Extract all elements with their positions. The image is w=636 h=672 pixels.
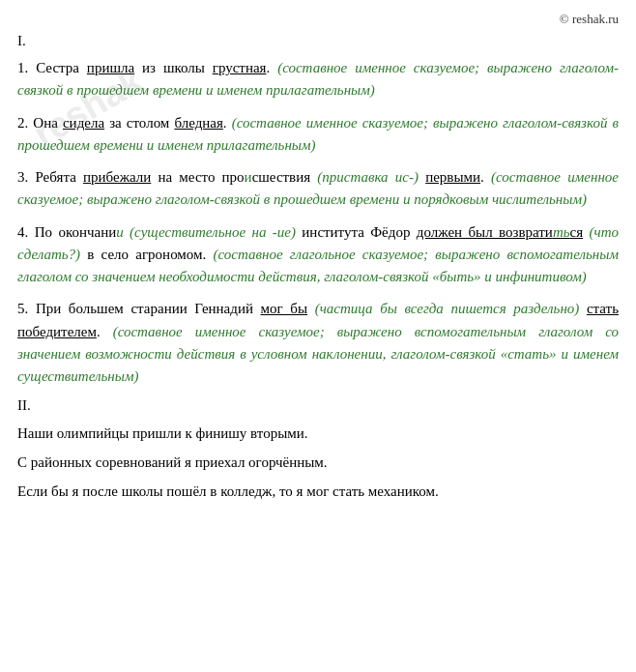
item-number: 3. (17, 169, 35, 185)
underline-phrase: должен был возвратиться (417, 224, 583, 240)
comment: (составное именное сказуемое; выражено г… (17, 115, 619, 153)
item-text: Если бы я после школы пошёл в колледж, т… (17, 483, 439, 499)
list-item: 2. Она сидела за столом бледная. (состав… (17, 112, 619, 158)
comment: (составное глагольное сказуемое; выражен… (17, 247, 619, 284)
list-item: 4. По окончании (существительное на -ие)… (17, 221, 619, 289)
underline-verb: сидела (63, 115, 104, 131)
list-item: Наши олимпийцы пришли к финишу вторыми. (17, 422, 619, 445)
list-item: 5. При большем старании Геннадий мог бы … (17, 298, 619, 388)
underline-adj: первыми (425, 169, 480, 185)
list-item: 1. Сестра пришла из школы грустная. (сос… (17, 57, 619, 102)
list-item: 3. Ребята прибежали на место происшестви… (17, 166, 619, 212)
item-number: 2. (17, 115, 33, 131)
copyright-label: © reshak.ru (17, 12, 619, 27)
item-number: 5. (17, 301, 36, 316)
underline-adj: бледная (174, 115, 222, 131)
comment: (составное именное сказуемое; выражено в… (17, 324, 619, 385)
underline-adj: грустная (213, 60, 267, 75)
comment-inline: (приставка ис-) (317, 169, 419, 185)
item-text: Наши олимпийцы пришли к финишу вторыми. (17, 425, 307, 441)
underline-verb: прибежали (83, 169, 151, 185)
section1-header: I. (17, 33, 619, 49)
item-number: 4. (17, 224, 35, 240)
comment-inline: (частица бы всегда пишется раздельно) (315, 301, 580, 316)
item-text: С районных соревнований я приехал огорчё… (17, 454, 328, 470)
underline-phrase: мог бы (261, 301, 307, 316)
section2-header: II. (17, 397, 619, 414)
underline-verb: пришла (87, 60, 134, 75)
comment-inline: (существительное на -ие) (130, 224, 296, 240)
list-item: Если бы я после школы пошёл в колледж, т… (17, 480, 619, 503)
item-number: 1. (17, 60, 36, 75)
section2: II. Наши олимпийцы пришли к финишу вторы… (17, 397, 619, 503)
list-item: С районных соревнований я приехал огорчё… (17, 451, 619, 474)
